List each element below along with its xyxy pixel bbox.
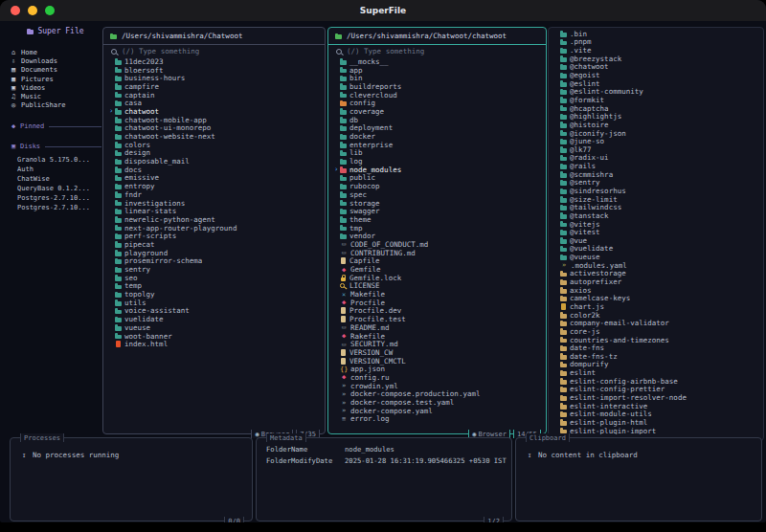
file-item[interactable]: woot-banner: [109, 332, 325, 341]
file-item[interactable]: @rails: [554, 162, 763, 170]
disk-item[interactable]: Auth: [10, 165, 101, 174]
file-item[interactable]: chatwoot-ui-monorepo: [109, 124, 325, 133]
file-item[interactable]: design: [109, 149, 325, 158]
file-item[interactable]: vendor: [334, 232, 546, 240]
file-item[interactable]: eslint-config-airbnb-base: [554, 377, 763, 386]
search-input[interactable]: (/) Type something: [328, 45, 546, 57]
sidebar-item-videos[interactable]: ▣Videos: [10, 83, 101, 92]
file-item[interactable]: axios: [554, 286, 763, 295]
file-item[interactable]: ▭CONTRIBUTING.md: [334, 249, 546, 257]
file-item[interactable]: @tanstack: [554, 211, 763, 220]
file-item[interactable]: ◆Gemfile: [334, 265, 546, 274]
file-item[interactable]: eslint-plugin-import: [554, 427, 763, 435]
file-item[interactable]: captain: [109, 91, 325, 100]
file-item[interactable]: public: [334, 174, 546, 183]
file-item[interactable]: @scmmishra: [554, 170, 763, 179]
close-button[interactable]: [11, 6, 20, 15]
file-item[interactable]: company-email-validator: [554, 319, 763, 327]
file-item[interactable]: date-fns: [554, 344, 763, 352]
file-item[interactable]: ›chatwoot: [109, 107, 325, 116]
sidebar-item-music[interactable]: ♫Music: [10, 92, 101, 100]
file-item[interactable]: @histoire: [554, 121, 763, 129]
file-item[interactable]: campfire: [109, 82, 325, 91]
file-item[interactable]: activestorage: [554, 270, 763, 278]
file-item[interactable]: @formkit: [554, 96, 763, 104]
file-item[interactable]: pipecat: [109, 240, 325, 249]
file-item[interactable]: @breezystack: [554, 55, 763, 63]
file-item[interactable]: @eslint-community: [554, 87, 763, 96]
file-item[interactable]: .vite: [554, 46, 763, 55]
file-item[interactable]: countries-and-timezones: [554, 336, 763, 344]
file-item[interactable]: emissive: [109, 174, 325, 183]
file-item[interactable]: @vitest: [554, 228, 763, 236]
file-item[interactable]: chatwoot-website-next: [109, 132, 325, 141]
file-item[interactable]: storage: [334, 199, 546, 208]
file-item[interactable]: newrelic-python-agent: [109, 215, 325, 224]
file-item[interactable]: ▭README.md: [334, 323, 546, 332]
disk-item[interactable]: Postgres-2.7.10...: [10, 193, 101, 203]
file-item[interactable]: lib: [334, 149, 546, 158]
file-item[interactable]: utils: [109, 299, 325, 307]
file-item[interactable]: app: [334, 66, 546, 75]
file-item[interactable]: __mocks__: [334, 57, 546, 66]
file-item[interactable]: ».modules.yaml: [554, 261, 763, 270]
path-bar[interactable]: /Users/shivammishra/Chatwoot/chatwoot: [328, 28, 546, 45]
file-item[interactable]: @size-limit: [554, 195, 763, 204]
file-item[interactable]: eslint-interactive: [554, 402, 763, 410]
sidebar-item-documents[interactable]: ▤Documents: [10, 66, 101, 75]
disk-item[interactable]: Granola 5.175.0...: [10, 155, 101, 165]
file-item[interactable]: fndr: [109, 190, 325, 199]
file-item[interactable]: business-hours: [109, 74, 325, 82]
sidebar-item-publicshare[interactable]: ◎PublicShare: [10, 101, 101, 110]
file-item[interactable]: »docker-compose.production.yaml: [334, 390, 546, 399]
file-item[interactable]: spec: [334, 190, 546, 199]
file-item[interactable]: eslint-module-utils: [554, 410, 763, 418]
file-item[interactable]: @lk77: [554, 145, 763, 154]
file-item[interactable]: enterprise: [334, 141, 546, 149]
file-item[interactable]: ×Makefile: [334, 290, 546, 299]
file-item[interactable]: chart.js: [554, 302, 763, 311]
file-item[interactable]: ≡error.log: [334, 415, 546, 424]
file-item[interactable]: perf-scripts: [109, 232, 325, 240]
file-item[interactable]: camelcase-keys: [554, 295, 763, 303]
file-item[interactable]: linear-stats: [109, 207, 325, 215]
file-item[interactable]: eslint-config-prettier: [554, 386, 763, 394]
file-item[interactable]: core-js: [554, 327, 763, 336]
file-item[interactable]: investigations: [109, 199, 325, 208]
file-item[interactable]: »docker-compose.yaml: [334, 407, 546, 415]
file-item[interactable]: eslint: [554, 368, 763, 377]
file-item[interactable]: playground: [109, 249, 325, 257]
file-item[interactable]: autoprefixer: [554, 277, 763, 286]
file-item[interactable]: ◆Rakefile: [334, 332, 546, 341]
file-item[interactable]: colors: [109, 141, 325, 149]
file-item[interactable]: config: [334, 99, 546, 107]
disk-item[interactable]: ChatWise: [10, 174, 101, 184]
file-item[interactable]: Procfile.dev: [334, 307, 546, 316]
file-item[interactable]: coverage: [334, 107, 546, 116]
file-item[interactable]: »docker-compose.test.yaml: [334, 398, 546, 407]
file-item[interactable]: @tailwindcss: [554, 203, 763, 211]
file-item[interactable]: @egoist: [554, 71, 763, 79]
file-item[interactable]: casa: [109, 99, 325, 107]
file-item[interactable]: docs: [109, 166, 325, 174]
file-item[interactable]: .bin: [554, 30, 763, 38]
file-item[interactable]: entropy: [109, 182, 325, 190]
file-item[interactable]: buildreports: [334, 82, 546, 91]
file-item[interactable]: @iconify-json: [554, 129, 763, 138]
file-item[interactable]: @vitejs: [554, 220, 763, 229]
file-item[interactable]: bin: [334, 74, 546, 82]
file-item[interactable]: ◆config.ru: [334, 373, 546, 382]
file-item[interactable]: @vue: [554, 236, 763, 245]
file-item[interactable]: log: [334, 157, 546, 166]
file-item[interactable]: tmp: [334, 224, 546, 233]
file-item[interactable]: LICENSE: [334, 282, 546, 291]
file-item[interactable]: dompurify: [554, 361, 763, 369]
file-item[interactable]: vuelidate: [109, 315, 325, 323]
file-item[interactable]: @june-so: [554, 137, 763, 145]
file-item[interactable]: {}app.json: [334, 365, 546, 373]
file-item[interactable]: @eslint: [554, 79, 763, 88]
file-item[interactable]: @sentry: [554, 179, 763, 188]
file-item[interactable]: topolgy: [109, 290, 325, 299]
file-item[interactable]: theme: [334, 215, 546, 224]
maximize-button[interactable]: [45, 6, 55, 15]
